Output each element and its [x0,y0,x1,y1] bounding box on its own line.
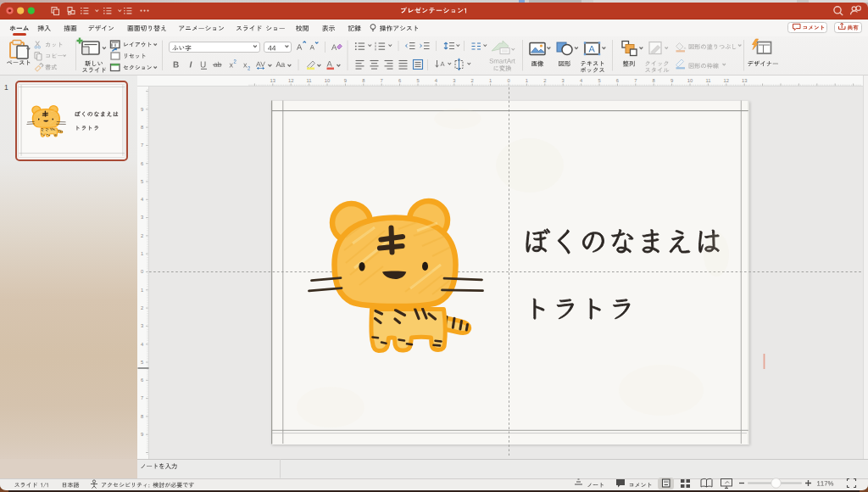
svg-text:4: 4 [141,197,144,202]
svg-text:7: 7 [381,78,383,83]
svg-text:3: 3 [453,78,455,83]
svg-text:2: 2 [543,78,546,83]
svg-text:5: 5 [141,360,143,365]
svg-text:6: 6 [141,161,143,166]
svg-text:1: 1 [489,78,492,83]
svg-text:1: 1 [141,288,143,293]
svg-text:5: 5 [598,78,600,83]
svg-text:13: 13 [270,78,275,83]
svg-text:8: 8 [362,78,364,83]
svg-text:10: 10 [325,78,330,83]
svg-text:9: 9 [670,78,673,83]
svg-text:4: 4 [435,78,438,83]
svg-text:3: 3 [141,323,143,328]
svg-text:8: 8 [141,414,143,419]
svg-text:10: 10 [687,78,693,83]
svg-text:9: 9 [141,107,143,112]
svg-text:4: 4 [580,78,583,83]
svg-text:9: 9 [344,78,347,83]
svg-text:6: 6 [141,377,143,383]
svg-text:0: 0 [507,78,509,83]
svg-text:1: 1 [526,78,528,83]
svg-text:4: 4 [141,342,144,347]
svg-text:6: 6 [616,78,619,83]
svg-text:3: 3 [141,215,143,220]
svg-text:7: 7 [141,143,143,148]
svg-text:8: 8 [141,125,143,130]
svg-text:6: 6 [398,78,401,83]
svg-text:7: 7 [141,395,143,400]
svg-text:2: 2 [141,305,143,310]
svg-text:2: 2 [141,233,143,238]
svg-text:12: 12 [288,78,293,83]
svg-text:0: 0 [141,269,143,274]
svg-text:5: 5 [416,78,419,83]
svg-text:3: 3 [562,78,565,83]
svg-text:2: 2 [471,78,474,83]
svg-text:7: 7 [634,78,637,83]
svg-text:1: 1 [141,251,143,256]
svg-text:9: 9 [141,432,143,437]
svg-text:12: 12 [724,78,729,83]
svg-text:8: 8 [653,78,655,83]
svg-text:11: 11 [705,78,710,83]
svg-text:11: 11 [307,78,312,83]
svg-text:5: 5 [141,179,143,184]
svg-text:13: 13 [742,78,747,83]
